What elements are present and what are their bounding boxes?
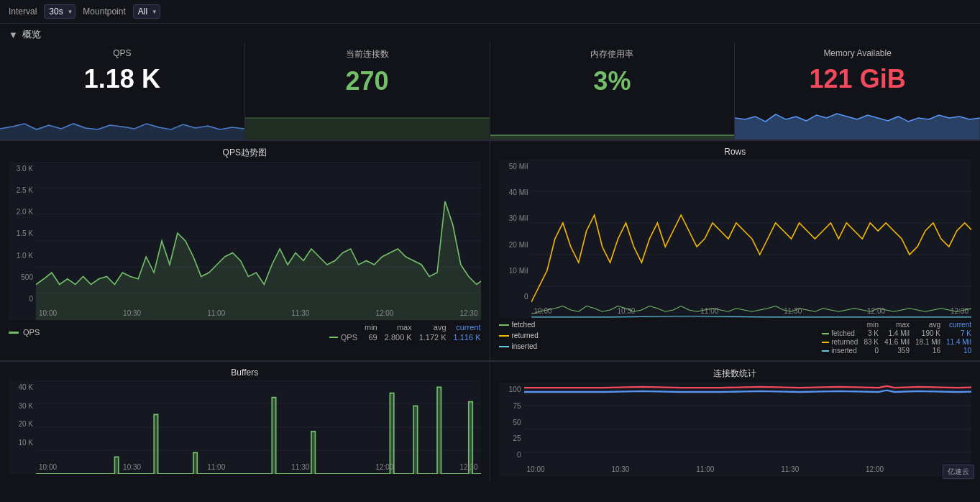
qps-legend: QPS — [9, 328, 40, 337]
qps-chart-area: 3.0 K 2.5 K 2.0 K 1.5 K 1.0 K 500 0 — [9, 162, 481, 320]
watermark: 亿速云 — [943, 465, 974, 479]
y-label: 1.0 K — [9, 252, 33, 260]
buffers-y-axis: 40 K 30 K 20 K 10 K — [9, 380, 36, 460]
connections-chart-area: 100 75 50 25 0 10:00 10:30 11:00 — [499, 383, 972, 476]
middle-charts-row: QPS趋势图 3.0 K 2.5 K 2.0 K 1.5 K 1.0 K 500… — [0, 140, 980, 361]
y-label: 500 — [9, 273, 33, 281]
rows-stats: - min max avg current fetched 3 K 1.4 Mi… — [822, 321, 971, 355]
qps-svg — [36, 162, 481, 320]
x-label: 12:30 — [459, 309, 477, 317]
mountpoint-select-wrapper[interactable]: All — [133, 4, 160, 19]
qps-legend-color — [9, 332, 19, 334]
svg-marker-1 — [245, 118, 490, 140]
buffers-panel: Buffers 40 K 30 K 20 K 10 K 10:00 — [0, 361, 490, 482]
toolbar: Interval 30s 1m Mountpoint All — [0, 0, 980, 24]
rows-legend-returned: returned — [499, 332, 539, 339]
mountpoint-label: Mountpoint — [83, 6, 125, 17]
connections-title: 当前连接数 — [254, 48, 481, 60]
y-label: 2.5 K — [9, 186, 33, 194]
connections-stats-panel: 连接数统计 100 75 50 25 0 10:00 — [490, 361, 981, 482]
qps-title: QPS — [9, 48, 236, 58]
overview-arrow-icon: ▼ — [9, 29, 18, 40]
qps-card: QPS 1.18 K — [0, 42, 245, 140]
stat-header-current: current — [454, 323, 481, 332]
overview-header[interactable]: ▼ 概览 — [0, 24, 980, 42]
rows-y-axis: 50 Mil 40 Mil 30 Mil 20 Mil 10 Mil 0 — [499, 160, 531, 304]
connections-x-axis: 10:00 10:30 11:00 11:30 12:00 12:30 — [524, 462, 972, 476]
y-label: 1.5 K — [9, 229, 33, 237]
buffers-x-axis: 10:00 10:30 11:00 11:30 12:00 12:30 — [36, 460, 481, 474]
y-label: 2.0 K — [9, 208, 33, 216]
x-label: 11:30 — [291, 309, 309, 317]
qps-trend-title: QPS趋势图 — [9, 147, 481, 159]
y-label: 0 — [9, 295, 33, 303]
interval-select-wrapper[interactable]: 30s 1m — [44, 4, 75, 19]
stat-header-min: min — [365, 323, 377, 332]
overview-label: 概览 — [22, 28, 41, 41]
rows-chart-area: 50 Mil 40 Mil 30 Mil 20 Mil 10 Mil 0 — [499, 160, 972, 318]
rows-title: Rows — [499, 147, 972, 157]
connections-y-axis: 100 75 50 25 0 — [499, 383, 524, 462]
rows-svg — [531, 160, 972, 318]
memory-available-title: Memory Available — [743, 48, 971, 58]
memory-usage-card: 内存使用率 3% — [490, 42, 736, 140]
qps-stat-min: 69 — [365, 333, 377, 342]
qps-value: 1.18 K — [9, 64, 236, 94]
connections-sparkline — [245, 104, 490, 140]
qps-legend-stats: QPS - min max avg current QPS 69 2.800 K… — [9, 320, 481, 342]
memory-available-card: Memory Available 121 GiB — [735, 42, 980, 140]
x-label: 12:00 — [375, 309, 393, 317]
rows-x-axis: 10:00 10:30 11:00 11:30 12:00 12:30 — [531, 304, 972, 318]
buffers-title: Buffers — [9, 368, 481, 378]
connections-card: 当前连接数 270 — [245, 42, 490, 140]
qps-stat-avg: 1.172 K — [419, 333, 447, 342]
rows-panel: Rows 50 Mil 40 Mil 30 Mil 20 Mil 10 Mil … — [490, 140, 981, 360]
connections-stats-title: 连接数统计 — [499, 368, 972, 380]
mountpoint-select[interactable]: All — [133, 4, 160, 19]
x-label: 10:30 — [123, 309, 141, 317]
stat-header-avg: avg — [419, 323, 447, 332]
qps-sparkline — [0, 104, 244, 140]
qps-stats: - min max avg current QPS 69 2.800 K 1.1… — [329, 323, 481, 342]
svg-marker-2 — [490, 135, 735, 140]
qps-stat-current: 1.116 K — [454, 333, 481, 342]
buffers-chart-area: 40 K 30 K 20 K 10 K 10:00 10:30 11:00 — [9, 380, 481, 474]
interval-label: Interval — [9, 6, 37, 17]
qps-stat-name: QPS — [329, 333, 357, 342]
x-label: 11:00 — [207, 309, 225, 317]
rows-legend-fetched: fetched — [499, 321, 539, 329]
y-label: 3.0 K — [9, 165, 33, 173]
rows-legend-inserted: inserted — [499, 342, 539, 350]
rows-legend-stats: fetched returned inserted - min max avg … — [499, 318, 972, 355]
memory-usage-title: 内存使用率 — [499, 48, 726, 60]
x-label: 10:00 — [39, 309, 57, 317]
qps-stat-max: 2.800 K — [385, 333, 412, 342]
rows-legend: fetched returned inserted — [499, 321, 539, 350]
bottom-charts-row: Buffers 40 K 30 K 20 K 10 K 10:00 — [0, 361, 980, 482]
memory-available-sparkline — [735, 104, 980, 140]
qps-legend-label: QPS — [23, 328, 40, 337]
top-metrics-row: QPS 1.18 K 当前连接数 270 内存使用率 3% — [0, 42, 980, 140]
memory-usage-sparkline — [490, 104, 735, 140]
qps-trend-panel: QPS趋势图 3.0 K 2.5 K 2.0 K 1.5 K 1.0 K 500… — [0, 140, 490, 360]
connections-value: 270 — [254, 66, 481, 96]
memory-available-value: 121 GiB — [743, 64, 971, 94]
interval-select[interactable]: 30s 1m — [44, 4, 75, 19]
qps-y-axis: 3.0 K 2.5 K 2.0 K 1.5 K 1.0 K 500 0 — [9, 162, 36, 306]
stat-header-max: max — [385, 323, 412, 332]
memory-usage-value: 3% — [499, 66, 726, 96]
qps-x-axis: 10:00 10:30 11:00 11:30 12:00 12:30 — [36, 306, 481, 320]
